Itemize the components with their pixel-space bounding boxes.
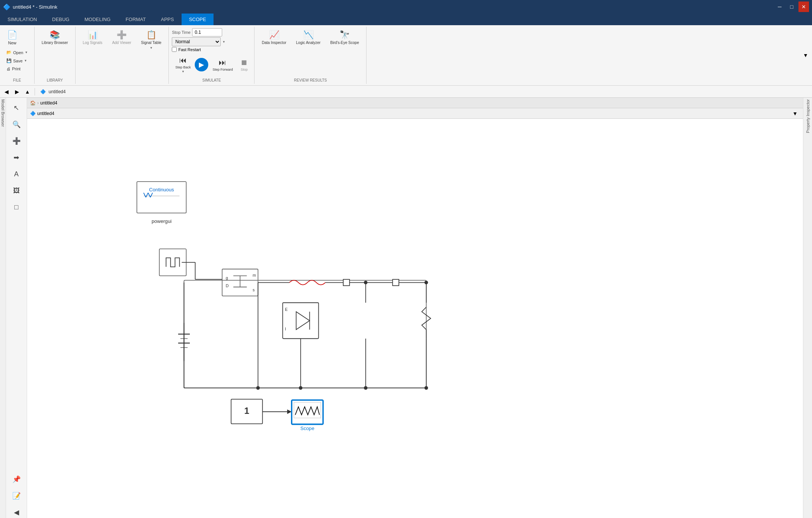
library-group: 📚 Library Browser LIBRARY (35, 27, 76, 84)
text-tool-button[interactable]: A (9, 167, 24, 181)
title-bar: 🔷 untitled4 * - Simulink ─ □ ✕ (0, 0, 812, 14)
simulink-canvas[interactable]: Continuous powergui g m D (27, 119, 803, 518)
tab-format[interactable]: FORMAT (118, 14, 153, 25)
simulate-group: Stop Time Normal ▼ Fast Restart ⏮ Step (169, 27, 255, 84)
svg-text:m: m (253, 273, 256, 277)
collapse-sidebar-button[interactable]: ◀ (9, 505, 24, 518)
fast-restart-checkbox[interactable] (172, 47, 177, 52)
dc-source-block[interactable] (178, 323, 190, 361)
image-tool-button[interactable]: 🖼 (9, 183, 24, 198)
zoom-in-button[interactable]: 🔍 (9, 117, 24, 132)
logic-analyzer-button[interactable]: 📉 Logic Analyzer (292, 28, 325, 47)
open-icon: 📂 (6, 50, 12, 55)
breadcrumb-home-icon[interactable]: 🏠 (30, 100, 36, 106)
svg-text:D: D (226, 283, 229, 288)
birds-eye-icon: 🔭 (339, 31, 350, 39)
simulation-mode-select[interactable]: Normal (172, 37, 221, 46)
svg-point-46 (424, 281, 428, 285)
app-icon: 🔷 (3, 3, 11, 11)
forward-button[interactable]: ▶ (12, 87, 22, 97)
svg-text:I: I (285, 327, 286, 331)
svg-text:Continuous: Continuous (149, 187, 174, 192)
diode-block[interactable]: E I (283, 303, 318, 338)
svg-text:E: E (285, 307, 288, 312)
new-button[interactable]: 📄 New (3, 28, 21, 48)
ribbon-expand-button[interactable]: ▼ (801, 50, 810, 60)
model-name: 🔷 untitled4 (30, 111, 54, 116)
review-results-group: 📈 Data Inspector 📉 Logic Analyzer 🔭 Bird… (255, 27, 366, 84)
signal-flow-button[interactable]: ➡ (9, 150, 24, 165)
canvas-area[interactable]: 🏠 › untitled4 🔷 untitled4 ▼ Continuous (27, 98, 803, 518)
file-group: 📄 New 📂 Open ▼ 💾 Save ▼ 🖨 Print FILE (0, 27, 35, 84)
step-back-arrow: ▼ (182, 70, 185, 73)
signal-table-button[interactable]: 📋 Signal Table ▼ (137, 28, 165, 52)
breadcrumb-icon: 🔷 (40, 89, 46, 94)
constant-block[interactable]: 1 (231, 399, 263, 424)
svg-text:Scope: Scope (300, 426, 314, 431)
stop-button[interactable]: ⏹ Stop (237, 56, 251, 74)
signal-table-icon: 📋 (146, 31, 156, 39)
step-forward-button[interactable]: ⏭ Step Forward (209, 56, 236, 74)
save-button[interactable]: 💾 Save ▼ (3, 57, 31, 65)
maximize-button[interactable]: □ (786, 2, 797, 12)
close-button[interactable]: ✕ (798, 2, 809, 12)
up-button[interactable]: ▲ (23, 87, 32, 97)
minimize-button[interactable]: ─ (774, 2, 785, 12)
open-button[interactable]: 📂 Open ▼ (3, 48, 31, 56)
svg-text:1: 1 (244, 406, 249, 416)
svg-rect-59 (294, 402, 321, 418)
svg-point-45 (364, 281, 368, 285)
shape-tool-button[interactable]: □ (9, 200, 24, 214)
breadcrumb: 🏠 › untitled4 (30, 100, 57, 106)
scope-block[interactable]: Scope (292, 400, 323, 431)
library-browser-button[interactable]: 📚 Library Browser (38, 28, 72, 47)
tab-simulation[interactable]: SIMULATION (0, 14, 45, 25)
data-inspector-button[interactable]: 📈 Data Inspector (258, 28, 290, 47)
notes-button[interactable]: 📝 (9, 489, 24, 503)
breadcrumb-model-name: untitled4 (40, 100, 57, 106)
pointer-tool-button[interactable]: ↖ (9, 101, 24, 115)
model-title-bar: 🔷 untitled4 ▼ (27, 108, 803, 119)
model-browser-panel[interactable]: Model Browser (0, 98, 6, 518)
model-browser-label: Model Browser (0, 98, 7, 128)
svg-point-48 (424, 386, 428, 390)
ribbon-tabs: SIMULATION DEBUG MODELING FORMAT APPS SC… (0, 14, 812, 25)
right-sidebar[interactable]: Property Inspector (803, 98, 812, 518)
toolbar-separator-1 (35, 88, 35, 95)
step-forward-icon: ⏭ (219, 58, 226, 67)
data-inspector-icon: 📈 (269, 31, 279, 39)
step-back-button[interactable]: ⏮ Step Back ▼ (172, 53, 194, 76)
log-signals-button[interactable]: 📊 Log Signals (79, 28, 106, 47)
svg-rect-23 (343, 279, 350, 286)
breadcrumb: 🔷 untitled4 (37, 89, 69, 94)
annotation-button[interactable]: 📌 (9, 472, 24, 486)
stop-time-input[interactable] (192, 28, 222, 36)
print-button[interactable]: 🖨 Print (3, 65, 31, 73)
tab-apps[interactable]: APPS (153, 14, 182, 25)
mosfet-block[interactable]: g m D s (182, 262, 258, 296)
log-signals-icon: 📊 (88, 31, 98, 39)
model-dropdown-button[interactable]: ▼ (790, 109, 800, 118)
run-button[interactable]: ▶ (195, 58, 208, 71)
model-icon: 🔷 (30, 111, 36, 116)
prepare-group: 📊 Log Signals ➕ Add Viewer 📋 Signal Tabl… (76, 27, 169, 84)
left-toolbar: ↖ 🔍 ➕ ➡ A 🖼 □ 📌 📝 ◀ (6, 98, 27, 518)
birds-eye-scope-button[interactable]: 🔭 Bird's-Eye Scope (326, 28, 363, 47)
back-button[interactable]: ◀ (2, 87, 11, 97)
svg-text:s: s (253, 288, 255, 292)
tab-scope[interactable]: SCOPE (182, 14, 214, 25)
stop-time-label: Stop Time (172, 30, 191, 35)
save-dropdown-arrow: ▼ (24, 59, 27, 62)
add-block-button[interactable]: ➕ (9, 134, 24, 148)
main-layout: Model Browser ↖ 🔍 ➕ ➡ A 🖼 □ 📌 📝 ◀ 🏠 › un… (0, 98, 812, 518)
fast-restart-label: Fast Restart (178, 47, 201, 52)
tab-modeling[interactable]: MODELING (77, 14, 118, 25)
logic-analyzer-icon: 📉 (303, 31, 314, 39)
property-inspector-label: Property Inspector (804, 98, 812, 135)
ribbon-expander: ▼ (799, 27, 812, 84)
add-viewer-button[interactable]: ➕ Add Viewer (108, 28, 135, 47)
svg-text:g: g (226, 276, 228, 280)
tab-debug[interactable]: DEBUG (45, 14, 77, 25)
svg-rect-0 (137, 182, 186, 213)
powergui-block[interactable]: Continuous powergui (137, 182, 186, 224)
